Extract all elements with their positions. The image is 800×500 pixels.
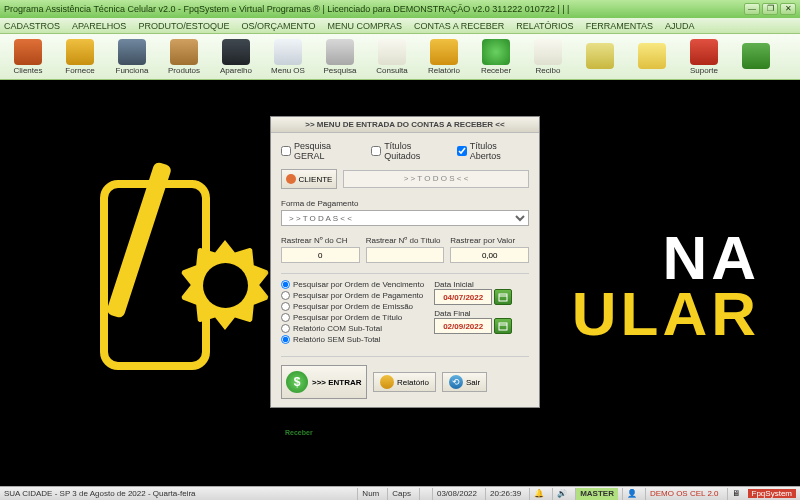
tool-export[interactable] xyxy=(734,43,778,70)
monitor-icon: 🖥 xyxy=(727,488,744,500)
menu-ajuda[interactable]: AJUDA xyxy=(665,21,695,31)
status-demo: DEMO OS CEL 2.0 xyxy=(645,488,723,500)
window-title: Programa Assistência Técnica Celular v2.… xyxy=(4,4,744,14)
tool-clientes[interactable]: Clientes xyxy=(6,39,50,75)
sair-button[interactable]: ⟲Sair xyxy=(442,372,487,392)
forma-pagamento-label: Forma de Pagamento xyxy=(281,199,529,208)
search-icon xyxy=(586,43,614,69)
tool-label: Fornece xyxy=(65,66,94,75)
tool-recibo[interactable]: Recibo xyxy=(526,39,570,75)
rastrear-ch-input[interactable] xyxy=(281,247,360,263)
recibo-icon xyxy=(534,39,562,65)
tool-label: Suporte xyxy=(690,66,718,75)
tool-aparelho[interactable]: Aparelho xyxy=(214,39,258,75)
tool-label: Aparelho xyxy=(220,66,252,75)
data-inicial-input[interactable] xyxy=(434,289,492,305)
data-inicial-picker-button[interactable] xyxy=(494,289,512,305)
aparelho-icon xyxy=(222,39,250,65)
menu-relatrios[interactable]: RELATÓRIOS xyxy=(516,21,573,31)
pesquisa-icon xyxy=(326,39,354,65)
relatorio-icon xyxy=(430,39,458,65)
tool-receber[interactable]: Receber xyxy=(474,39,518,75)
tool-label: Consulta xyxy=(376,66,408,75)
data-final-input[interactable] xyxy=(434,318,492,334)
receber-icon xyxy=(482,39,510,65)
rastrear-valor-label: Rastrear por Valor xyxy=(450,236,529,245)
status-time: 20:26:39 xyxy=(485,488,525,500)
audio-icon[interactable]: 🔊 xyxy=(552,488,571,500)
tool-fornec[interactable]: Fornece xyxy=(58,39,102,75)
fornec-icon xyxy=(66,39,94,65)
tool-label: Recibo xyxy=(536,66,561,75)
forma-pagamento-select[interactable]: > > T O D A S < < xyxy=(281,210,529,226)
menu-contasareceber[interactable]: CONTAS A RECEBER xyxy=(414,21,504,31)
tool-label: Relatório xyxy=(428,66,460,75)
logo-line2: ULAR xyxy=(572,286,760,342)
entrar-button[interactable]: $ >>> ENTRAR xyxy=(281,365,367,399)
tool-label: Clientes xyxy=(14,66,43,75)
bell-icon[interactable]: 🔔 xyxy=(529,488,548,500)
menu-produtoestoque[interactable]: PRODUTO/ESTOQUE xyxy=(138,21,229,31)
window-buttons: — ❐ ✕ xyxy=(744,3,796,15)
svg-rect-0 xyxy=(499,294,507,301)
contas-receber-dialog: >> MENU DE ENTRADA DO CONTAS A RECEBER <… xyxy=(270,116,540,408)
close-button[interactable]: ✕ xyxy=(780,3,796,15)
check-titulos-quitados[interactable]: Títulos Quitados xyxy=(371,141,449,161)
tool-search[interactable] xyxy=(578,43,622,70)
tool-suporte[interactable]: Suporte xyxy=(682,39,726,75)
dollar-icon: $ xyxy=(286,371,308,393)
tool-label: Menu OS xyxy=(271,66,305,75)
person-icon: 👤 xyxy=(622,488,641,500)
tool-label: Produtos xyxy=(168,66,200,75)
clientes-icon xyxy=(14,39,42,65)
radio-com-subtotal[interactable]: Relatório COM Sub-Total xyxy=(281,324,424,333)
menu-cadastros[interactable]: CADASTROS xyxy=(4,21,60,31)
tool-pesquisa[interactable]: Pesquisa xyxy=(318,39,362,75)
check-pesquisa-geral[interactable]: Pesquisa GERAL xyxy=(281,141,363,161)
calendar-icon xyxy=(498,321,508,331)
radio-ordem-vencimento[interactable]: Pesquisar por Ordem de Vencimento xyxy=(281,280,424,289)
radio-ordem-emissao[interactable]: Pesquisar por Ordem de Emissão xyxy=(281,302,424,311)
calc-icon xyxy=(638,43,666,69)
entrar-sub-label: Receber xyxy=(285,429,313,436)
maximize-button[interactable]: ❐ xyxy=(762,3,778,15)
rastrear-titulo-label: Rastrear Nº do Título xyxy=(366,236,445,245)
consulta-icon xyxy=(378,39,406,65)
statusbar: SUA CIDADE - SP 3 de Agosto de 2022 - Qu… xyxy=(0,486,800,500)
tool-funciona[interactable]: Funciona xyxy=(110,39,154,75)
svg-rect-2 xyxy=(499,323,507,330)
menu-menucompras[interactable]: MENU COMPRAS xyxy=(327,21,402,31)
produtos-icon xyxy=(170,39,198,65)
status-fpq: FpqSystem xyxy=(748,489,796,498)
logo-line1: NA xyxy=(572,230,760,286)
minimize-button[interactable]: — xyxy=(744,3,760,15)
rastrear-valor-input[interactable] xyxy=(450,247,529,263)
tool-relatorio[interactable]: Relatório xyxy=(422,39,466,75)
radio-sem-subtotal[interactable]: Relatório SEM Sub-Total xyxy=(281,335,424,344)
relatorio-button[interactable]: Relatório xyxy=(373,372,436,392)
tool-consulta[interactable]: Consulta xyxy=(370,39,414,75)
menu-ferramentas[interactable]: FERRAMENTAS xyxy=(586,21,653,31)
cliente-button[interactable]: CLIENTE xyxy=(281,169,337,189)
calendar-icon xyxy=(498,292,508,302)
report-icon xyxy=(380,375,394,389)
data-final-label: Data Final xyxy=(434,309,512,318)
tool-calc[interactable] xyxy=(630,43,674,70)
data-inicial-label: Data Inicial xyxy=(434,280,512,289)
data-final-picker-button[interactable] xyxy=(494,318,512,334)
tool-produtos[interactable]: Produtos xyxy=(162,39,206,75)
menu-aparelhos[interactable]: APARELHOS xyxy=(72,21,126,31)
status-date: 03/08/2022 xyxy=(432,488,481,500)
rastrear-titulo-input[interactable] xyxy=(366,247,445,263)
tool-menu-os[interactable]: Menu OS xyxy=(266,39,310,75)
export-icon xyxy=(742,43,770,69)
radio-ordem-pagamento[interactable]: Pesquisar por Ordem de Pagamento xyxy=(281,291,424,300)
dialog-title: >> MENU DE ENTRADA DO CONTAS A RECEBER <… xyxy=(271,117,539,133)
funciona-icon xyxy=(118,39,146,65)
menu-osoramento[interactable]: OS/ORÇAMENTO xyxy=(242,21,316,31)
radio-ordem-titulo[interactable]: Pesquisar por Ordem de Título xyxy=(281,313,424,322)
exit-icon: ⟲ xyxy=(449,375,463,389)
menubar: CADASTROSAPARELHOSPRODUTO/ESTOQUEOS/ORÇA… xyxy=(0,18,800,34)
check-titulos-abertos[interactable]: Títulos Abertos xyxy=(457,141,529,161)
tool-label: Receber xyxy=(481,66,511,75)
